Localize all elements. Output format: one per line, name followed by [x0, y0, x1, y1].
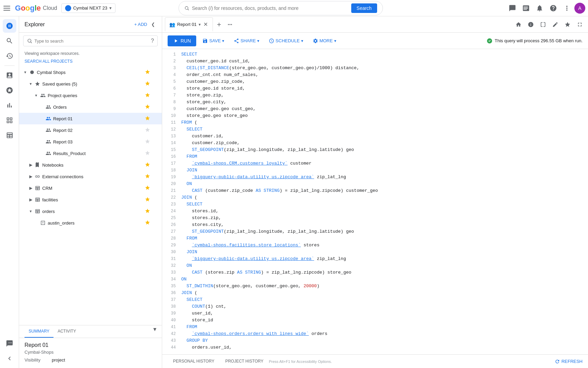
cloud-shell-icon[interactable]: [520, 2, 532, 14]
tree-toggle-report-03[interactable]: [38, 138, 45, 145]
search-rail-icon[interactable]: [3, 34, 16, 48]
code-line-34[interactable]: 34ON: [162, 277, 588, 283]
help-icon[interactable]: ?: [151, 38, 154, 44]
code-line-26[interactable]: 26 stores.city,: [162, 222, 588, 229]
star-icon-external-connections[interactable]: [145, 173, 150, 180]
tree-item-report-02[interactable]: Report 02 ⋮: [19, 124, 162, 136]
code-line-9[interactable]: 9 customer_geo.geo cust_geo,: [162, 106, 588, 113]
code-line-24[interactable]: 24 stores.id,: [162, 209, 588, 215]
more-button[interactable]: MORE ▾: [309, 36, 340, 46]
project-history-tab[interactable]: PROJECT HISTORY: [220, 356, 269, 367]
tree-toggle-report-02[interactable]: [38, 127, 45, 134]
add-tab-button[interactable]: [214, 20, 224, 29]
feedback-rail-icon[interactable]: [3, 337, 16, 350]
tree-item-orders[interactable]: Orders ⋮: [19, 101, 162, 113]
code-line-3[interactable]: 3 CEIL(ST_DISTANCE(store_geo.geo, custom…: [162, 65, 588, 72]
star-icon-crm[interactable]: [145, 185, 150, 191]
star-icon-report-03[interactable]: [145, 139, 150, 145]
tree-item-report-03[interactable]: Report 03 ⋮: [19, 136, 162, 148]
personal-history-tab[interactable]: PERSONAL HISTORY: [168, 356, 220, 367]
star-icon-project-queries[interactable]: [145, 92, 150, 99]
support-icon[interactable]: [506, 2, 519, 14]
star-icon-austin-orders[interactable]: [145, 220, 150, 226]
code-line-44[interactable]: 44 orders.user_id,: [162, 345, 588, 352]
code-line-43[interactable]: 43 GROUP BY: [162, 338, 588, 345]
report-01-tab[interactable]: 👥 Report 01 ▾ ✕: [165, 17, 213, 31]
tree-toggle-austin-orders[interactable]: [33, 219, 40, 226]
star-tab-icon[interactable]: [562, 19, 573, 30]
code-line-27[interactable]: 27 ST_GEOGPOINT(zip_lat_lng.longitude, z…: [162, 229, 588, 236]
star-icon-saved-queries[interactable]: [145, 81, 150, 87]
star-icon-notebooks[interactable]: [145, 162, 150, 168]
bar-chart-rail-icon[interactable]: [3, 98, 16, 112]
tab-dropdown-icon[interactable]: ▾: [199, 22, 201, 27]
code-line-18[interactable]: 18 JOIN: [162, 168, 588, 174]
code-line-29[interactable]: 29 `cymbal-shops.facilities.store_locati…: [162, 243, 588, 249]
hamburger-icon[interactable]: [3, 4, 11, 12]
refresh-button[interactable]: REFRESH: [555, 359, 583, 364]
code-editor[interactable]: 1SELECT2 customer_geo.id cust_id,3 CEIL(…: [162, 49, 588, 354]
notifications-icon[interactable]: [533, 2, 546, 14]
search-all-projects-link[interactable]: SEARCH ALL PROJECTS: [25, 59, 73, 64]
code-line-21[interactable]: 21 CAST (customer.zip_code AS STRING) = …: [162, 188, 588, 195]
code-line-28[interactable]: 28 FROM: [162, 236, 588, 243]
tree-item-saved-queries[interactable]: ▾ Saved queries (5) ⋮: [19, 78, 162, 90]
code-line-1[interactable]: 1SELECT: [162, 52, 588, 59]
star-icon-facilities[interactable]: [145, 197, 150, 203]
info-icon[interactable]: [525, 19, 536, 30]
tree-item-cymbal-shops[interactable]: ▾ Cymbal Shops ⋮: [19, 66, 162, 78]
schedule-button[interactable]: SCHEDULE ▾: [265, 36, 307, 46]
code-line-10[interactable]: 10 store_geo.geo store_geo: [162, 113, 588, 120]
code-line-17[interactable]: 17 `cymbal-shops.CRM.customers_loyalty` …: [162, 161, 588, 168]
code-line-4[interactable]: 4 order_cnt.cnt num_of_sales,: [162, 72, 588, 79]
code-line-15[interactable]: 15 ST_GEOGPOINT(zip_lat_lng.longitude, z…: [162, 147, 588, 154]
code-line-25[interactable]: 25 stores.zip,: [162, 215, 588, 222]
code-line-16[interactable]: 16 FROM: [162, 154, 588, 161]
code-line-39[interactable]: 39 user_id,: [162, 311, 588, 318]
global-search-bar[interactable]: Search: [179, 1, 383, 15]
tree-item-report-01[interactable]: Report 01 ⋮: [19, 113, 162, 124]
code-line-35[interactable]: 35 ST_DWITHIN(store_geo.geo, customer_ge…: [162, 283, 588, 290]
search-all-projects[interactable]: SEARCH ALL PROJECTS: [19, 58, 162, 66]
code-line-31[interactable]: 31 `bigquery-public-data.utility_us.zipc…: [162, 256, 588, 263]
tab-close-button[interactable]: ✕: [203, 20, 208, 28]
add-button[interactable]: + ADD: [131, 20, 150, 28]
run-button[interactable]: RUN: [168, 35, 196, 46]
tree-toggle-report-01[interactable]: [38, 115, 45, 122]
tree-item-austin-orders[interactable]: austin_orders ⋮: [19, 217, 162, 229]
tree-toggle-orders-db[interactable]: ▾: [27, 208, 34, 215]
project-selector[interactable]: Cymbal NEXT 23 ▾: [61, 3, 115, 13]
more-options-icon[interactable]: [561, 2, 573, 14]
code-line-5[interactable]: 5 customer_geo.zip_code,: [162, 79, 588, 86]
search-button[interactable]: Search: [351, 3, 377, 13]
code-line-22[interactable]: 22JOIN (: [162, 195, 588, 202]
code-line-12[interactable]: 12 SELECT: [162, 127, 588, 134]
code-line-2[interactable]: 2 customer_geo.id cust_id,: [162, 59, 588, 65]
tree-item-results-product[interactable]: Results_Product ⋮: [19, 148, 162, 159]
global-search-input[interactable]: [192, 5, 349, 11]
code-line-33[interactable]: 33 CAST (stores.zip AS STRING) = zip_lat…: [162, 270, 588, 277]
bigquery-icon[interactable]: [3, 19, 16, 33]
tree-toggle-saved-queries[interactable]: ▾: [27, 80, 34, 87]
google-cloud-logo[interactable]: Google Cloud: [15, 4, 57, 13]
edit-icon[interactable]: [550, 19, 561, 30]
code-line-30[interactable]: 30 JOIN: [162, 249, 588, 256]
code-line-40[interactable]: 40 store_id: [162, 318, 588, 324]
code-line-23[interactable]: 23 SELECT: [162, 202, 588, 209]
fullscreen-icon[interactable]: [574, 19, 585, 30]
explorer-search-input[interactable]: [34, 39, 149, 44]
table-editor-icon[interactable]: [538, 19, 548, 30]
table-rail-icon[interactable]: [3, 128, 16, 142]
code-line-7[interactable]: 7 store_geo.zip,: [162, 93, 588, 99]
code-line-20[interactable]: 20 ON: [162, 181, 588, 188]
code-line-38[interactable]: 38 COUNT(1) cnt,: [162, 304, 588, 311]
star-icon-report-01[interactable]: [145, 116, 150, 122]
code-line-41[interactable]: 41 FROM: [162, 324, 588, 331]
code-line-42[interactable]: 42 `cymbal-shops.orders.orders_with_line…: [162, 331, 588, 338]
star-rail-icon[interactable]: [3, 83, 16, 97]
tab-more-button[interactable]: [225, 20, 235, 29]
save-button[interactable]: SAVE ▾: [199, 36, 228, 46]
tree-toggle-project-queries[interactable]: ▾: [33, 92, 40, 99]
avatar[interactable]: A: [574, 3, 585, 14]
help-icon[interactable]: [547, 2, 559, 14]
